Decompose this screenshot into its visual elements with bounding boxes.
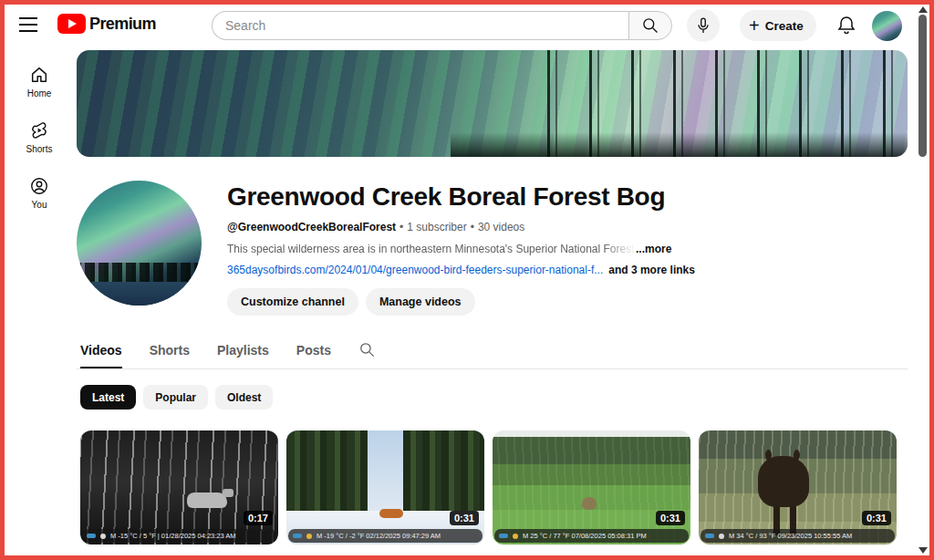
you-icon xyxy=(29,176,49,196)
meta-separator: • xyxy=(400,221,403,233)
treeline-fringe xyxy=(451,130,908,157)
video-menu-icon[interactable]: ⋮ xyxy=(677,554,690,560)
scrollbar[interactable] xyxy=(916,5,929,555)
trailcam-overlay-text: M 25 °C / 77 °F 07/08/2025 05:08:31 PM xyxy=(523,532,647,540)
channel-description[interactable]: This special wilderness area is in north… xyxy=(227,243,692,255)
video-menu-icon[interactable]: ⋮ xyxy=(471,554,484,560)
more-links[interactable]: and 3 more links xyxy=(608,264,695,276)
search-box xyxy=(212,11,672,40)
bell-icon xyxy=(835,15,857,36)
sidebar-item-label: Shorts xyxy=(26,144,53,154)
fox-figure xyxy=(379,509,403,518)
video-title[interactable]: Greenwood Creek Boreal Forest Sandhill C… xyxy=(493,554,671,560)
filter-chips: Latest Popular Oldest xyxy=(77,385,908,410)
description-text: This special wilderness area is in north… xyxy=(227,243,636,255)
search-icon xyxy=(358,341,376,358)
channel-links: 365daysofbirds.com/2024/01/04/greenwood-… xyxy=(227,264,695,276)
channel-page: Greenwood Creek Boreal Forest Bog @Green… xyxy=(77,47,908,560)
sun-icon xyxy=(513,534,518,539)
scrollbar-thumb[interactable] xyxy=(918,15,927,157)
plus-icon: + xyxy=(749,16,760,35)
topbar: Premium + Create xyxy=(5,5,929,47)
channel-info: Greenwood Creek Boreal Forest Bog @Green… xyxy=(227,181,695,316)
wolf-figure xyxy=(187,493,227,508)
trailcam-info-bar: M -15 °C / 5 °F | 01/28/2025 04:23:23 AM xyxy=(82,529,276,543)
video-thumbnail[interactable]: 0:31 M 25 °C / 77 °F 07/08/2025 05:08:31… xyxy=(493,430,690,544)
trailcam-overlay-text: M -15 °C / 5 °F | 01/28/2025 04:23:23 AM xyxy=(110,532,236,540)
trailcam-logo-icon xyxy=(705,534,714,538)
video-card: 0:17 M -15 °C / 5 °F | 01/28/2025 04:23:… xyxy=(80,430,278,560)
tab-shorts[interactable]: Shorts xyxy=(150,337,190,368)
moon-phase-icon xyxy=(719,534,724,539)
sidebar-item-home[interactable]: Home xyxy=(10,61,68,102)
trailcam-overlay-text: M -19 °C / -2 °F 02/12/2025 09:47:29 AM xyxy=(317,532,441,540)
chip-latest[interactable]: Latest xyxy=(80,385,136,410)
meta-separator: • xyxy=(471,221,474,233)
search-input[interactable] xyxy=(212,11,628,40)
scroll-down-arrow-icon[interactable] xyxy=(918,547,928,554)
avatar-lake xyxy=(77,282,202,306)
app-window: Premium + Create xyxy=(0,0,934,560)
menu-icon[interactable] xyxy=(19,17,37,32)
video-title[interactable]: Greenwood Creek Boreal Forest Cow & Calf… xyxy=(699,554,877,560)
sun-icon xyxy=(306,534,312,539)
trees-left xyxy=(286,430,368,517)
chip-oldest[interactable]: Oldest xyxy=(215,385,273,410)
duration-badge: 0:31 xyxy=(450,511,479,525)
video-card: 0:31 M -19 °C / -2 °F 02/12/2025 09:47:2… xyxy=(286,430,484,560)
video-count: 30 videos xyxy=(478,221,524,233)
video-title[interactable]: Greenwood Creek Boreal Forest Red Fox xyxy=(286,554,465,560)
trailcam-info-bar: M 34 °C / 93 °F 09/23/2025 10:55:55 AM xyxy=(700,529,895,543)
manage-videos-button[interactable]: Manage videos xyxy=(366,288,475,316)
video-menu-icon[interactable]: ⋮ xyxy=(265,554,278,560)
video-card: 0:31 M 25 °C / 77 °F 07/08/2025 05:08:31… xyxy=(493,430,690,560)
logo-text: Premium xyxy=(89,15,156,34)
trailcam-info-bar: M -19 °C / -2 °F 02/12/2025 09:47:29 AM xyxy=(288,529,483,543)
duration-badge: 0:31 xyxy=(656,511,685,525)
video-title[interactable]: Greenwood Creek Boreal Forest Timber Wol… xyxy=(80,554,259,560)
duration-badge: 0:17 xyxy=(244,511,273,525)
channel-actions: Customize channel Manage videos xyxy=(227,288,695,316)
create-button[interactable]: + Create xyxy=(740,10,816,41)
grass-texture xyxy=(493,430,690,544)
voice-search-button[interactable] xyxy=(687,9,720,42)
moose-figure xyxy=(758,456,809,507)
scroll-up-arrow-icon[interactable] xyxy=(918,6,928,13)
channel-title: Greenwood Creek Boreal Forest Bog xyxy=(227,182,695,212)
tab-videos[interactable]: Videos xyxy=(80,337,122,368)
duration-badge: 0:31 xyxy=(862,511,891,525)
account-avatar[interactable] xyxy=(872,11,902,41)
sidebar: Home Shorts You xyxy=(5,47,74,555)
youtube-premium-logo[interactable]: Premium xyxy=(57,14,156,34)
video-title-row: Greenwood Creek Boreal Forest Cow & Calf… xyxy=(699,554,897,560)
channel-search-button[interactable] xyxy=(358,341,376,366)
sidebar-item-you[interactable]: You xyxy=(10,172,68,213)
channel-avatar[interactable] xyxy=(77,181,202,306)
tab-posts[interactable]: Posts xyxy=(296,337,331,368)
trailcam-overlay-text: M 34 °C / 93 °F 09/23/2025 10:55:55 AM xyxy=(729,532,852,540)
moon-phase-icon xyxy=(100,534,106,539)
chip-popular[interactable]: Popular xyxy=(143,385,208,410)
video-title-row: Greenwood Creek Boreal Forest Red Fox ⋮ xyxy=(286,554,484,560)
channel-tabs: Videos Shorts Playlists Posts xyxy=(77,337,908,369)
channel-handle[interactable]: @GreenwoodCreekBorealForest xyxy=(227,221,396,233)
customize-channel-button[interactable]: Customize channel xyxy=(227,288,358,316)
channel-banner[interactable] xyxy=(77,50,908,157)
video-thumbnail[interactable]: 0:17 M -15 °C / 5 °F | 01/28/2025 04:23:… xyxy=(80,430,278,544)
video-thumbnail[interactable]: 0:31 M -19 °C / -2 °F 02/12/2025 09:47:2… xyxy=(286,430,484,544)
video-menu-icon[interactable]: ⋮ xyxy=(883,554,897,560)
search-icon xyxy=(641,16,659,35)
channel-header: Greenwood Creek Boreal Forest Bog @Green… xyxy=(77,181,908,316)
trees-right xyxy=(403,430,484,517)
video-thumbnail[interactable]: 0:31 M 34 °C / 93 °F 09/23/2025 10:55:55… xyxy=(699,430,897,544)
video-card: 0:31 M 34 °C / 93 °F 09/23/2025 10:55:55… xyxy=(699,430,897,560)
video-title-row: Greenwood Creek Boreal Forest Sandhill C… xyxy=(493,554,690,560)
sidebar-item-label: You xyxy=(32,200,47,210)
more-link[interactable]: ...more xyxy=(636,243,671,255)
sidebar-item-shorts[interactable]: Shorts xyxy=(10,117,68,158)
notifications-button[interactable] xyxy=(835,15,857,36)
shorts-icon xyxy=(29,120,49,140)
channel-link[interactable]: 365daysofbirds.com/2024/01/04/greenwood-… xyxy=(227,264,603,276)
tab-playlists[interactable]: Playlists xyxy=(217,337,269,368)
search-button[interactable] xyxy=(628,11,672,40)
